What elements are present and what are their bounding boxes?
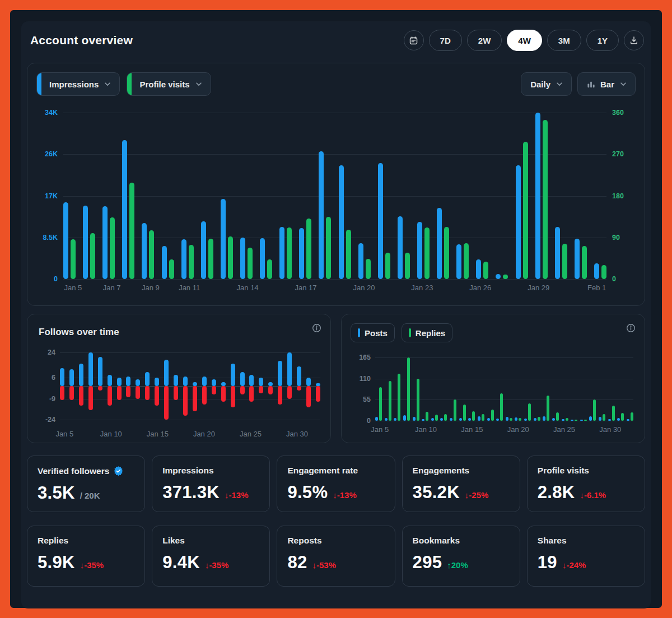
bar-unfollows[interactable] <box>249 386 254 402</box>
bar-profile-visits[interactable] <box>208 239 213 279</box>
bar-impressions[interactable] <box>339 165 344 279</box>
bar-follows[interactable] <box>268 382 273 387</box>
bar-unfollows[interactable] <box>60 386 64 400</box>
bar-profile-visits[interactable] <box>149 230 154 279</box>
bar-impressions[interactable] <box>102 206 108 279</box>
bar-unfollows[interactable] <box>306 386 311 407</box>
bar-profile-visits[interactable] <box>444 227 449 279</box>
bar-profile-visits[interactable] <box>248 248 253 279</box>
legend-posts[interactable]: Posts <box>351 323 395 342</box>
bar-follows[interactable] <box>297 366 301 386</box>
bar-follows[interactable] <box>259 378 263 386</box>
bar-profile-visits[interactable] <box>385 253 390 279</box>
bar-unfollows[interactable] <box>155 386 159 406</box>
bar-profile-visits[interactable] <box>228 236 233 279</box>
bar-impressions[interactable] <box>63 202 68 279</box>
bar-unfollows[interactable] <box>136 386 140 399</box>
bar-posts[interactable] <box>506 417 508 421</box>
bar-impressions[interactable] <box>575 239 580 280</box>
bar-profile-visits[interactable] <box>523 142 528 279</box>
bar-impressions[interactable] <box>260 238 265 279</box>
bar-profile-visits[interactable] <box>483 262 488 279</box>
bar-follows[interactable] <box>98 357 102 387</box>
bar-follows[interactable] <box>231 364 235 386</box>
bar-impressions[interactable] <box>279 227 284 279</box>
bar-impressions[interactable] <box>456 244 461 279</box>
bar-unfollows[interactable] <box>316 386 320 402</box>
bar-profile-visits[interactable] <box>189 245 194 279</box>
bar-impressions[interactable] <box>378 163 383 279</box>
range-4w-button[interactable]: 4W <box>507 30 542 51</box>
bar-impressions[interactable] <box>594 263 599 279</box>
bar-profile-visits[interactable] <box>366 259 371 279</box>
bar-follows[interactable] <box>193 382 197 387</box>
bar-unfollows[interactable] <box>231 386 235 407</box>
bar-unfollows[interactable] <box>221 386 226 402</box>
bar-unfollows[interactable] <box>126 386 130 397</box>
bar-replies[interactable] <box>389 381 391 421</box>
bar-replies[interactable] <box>547 396 549 421</box>
bar-replies[interactable] <box>631 412 633 421</box>
bar-replies[interactable] <box>556 412 559 421</box>
bar-profile-visits[interactable] <box>346 230 351 279</box>
bar-replies[interactable] <box>426 412 428 421</box>
info-icon[interactable] <box>626 323 636 333</box>
bar-profile-visits[interactable] <box>90 233 95 279</box>
bar-profile-visits[interactable] <box>582 246 587 279</box>
bar-unfollows[interactable] <box>69 386 74 400</box>
bar-impressions[interactable] <box>535 113 540 279</box>
bar-follows[interactable] <box>183 377 188 387</box>
bar-follows[interactable] <box>69 369 74 386</box>
bar-replies[interactable] <box>612 406 615 421</box>
bar-unfollows[interactable] <box>79 386 83 406</box>
bar-profile-visits[interactable] <box>543 120 548 279</box>
bar-replies[interactable] <box>621 413 624 421</box>
bar-profile-visits[interactable] <box>287 227 292 279</box>
bar-profile-visits[interactable] <box>110 217 115 279</box>
bar-profile-visits[interactable] <box>562 244 567 279</box>
range-3m-button[interactable]: 3M <box>547 30 581 51</box>
bar-follows[interactable] <box>117 378 122 386</box>
bar-unfollows[interactable] <box>193 386 197 411</box>
bar-posts[interactable] <box>589 416 592 421</box>
range-7d-button[interactable]: 7D <box>429 30 462 51</box>
bar-unfollows[interactable] <box>174 386 178 400</box>
bar-replies[interactable] <box>472 411 475 421</box>
bar-unfollows[interactable] <box>297 386 301 391</box>
bar-replies[interactable] <box>593 399 596 421</box>
bar-replies[interactable] <box>463 405 466 421</box>
calendar-button[interactable] <box>404 30 424 50</box>
bar-posts[interactable] <box>403 415 406 421</box>
bar-profile-visits[interactable] <box>503 275 508 279</box>
bar-impressions[interactable] <box>240 238 245 279</box>
bar-unfollows[interactable] <box>212 386 216 394</box>
bar-replies[interactable] <box>603 414 605 421</box>
bar-impressions[interactable] <box>437 208 442 279</box>
bar-follows[interactable] <box>164 360 169 387</box>
bar-profile-visits[interactable] <box>464 243 469 279</box>
bar-impressions[interactable] <box>516 165 521 279</box>
bar-unfollows[interactable] <box>240 386 245 394</box>
impressions-series-dropdown[interactable]: Impressions <box>36 72 120 96</box>
bar-unfollows[interactable] <box>145 386 150 400</box>
bar-unfollows[interactable] <box>98 386 102 391</box>
bar-posts[interactable] <box>543 416 545 421</box>
bar-unfollows[interactable] <box>268 386 273 394</box>
bar-unfollows[interactable] <box>202 386 207 405</box>
bar-replies[interactable] <box>379 387 382 421</box>
bar-impressions[interactable] <box>162 246 167 279</box>
range-1y-button[interactable]: 1Y <box>586 30 619 51</box>
bar-follows[interactable] <box>212 379 216 387</box>
bar-follows[interactable] <box>221 382 226 387</box>
bar-profile-visits[interactable] <box>424 227 430 279</box>
bar-impressions[interactable] <box>122 140 127 279</box>
bar-unfollows[interactable] <box>287 386 292 399</box>
bar-follows[interactable] <box>155 378 159 386</box>
download-button[interactable] <box>624 30 644 50</box>
bar-unfollows[interactable] <box>278 386 282 405</box>
bar-profile-visits[interactable] <box>129 183 134 279</box>
bar-profile-visits[interactable] <box>71 239 76 279</box>
chart-type-dropdown[interactable]: Bar <box>577 72 636 96</box>
bar-impressions[interactable] <box>398 216 403 279</box>
bar-impressions[interactable] <box>496 274 501 279</box>
